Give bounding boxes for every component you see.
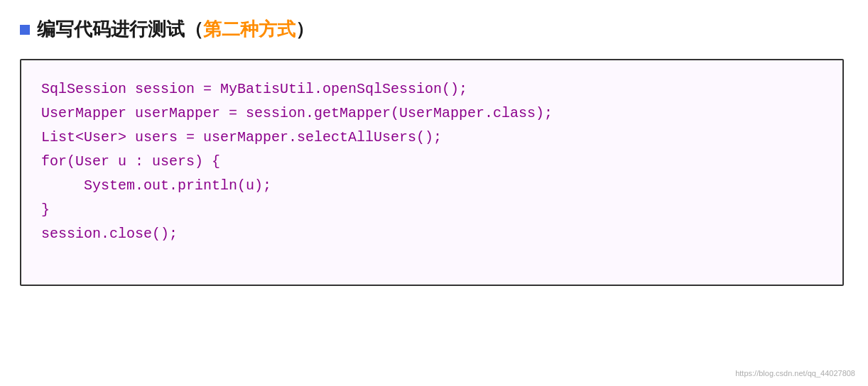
code-line-6: } [41,198,823,222]
header-prefix: 编写代码进行测试（ [37,18,203,40]
header-highlight: 第二种方式 [203,18,295,40]
code-content: SqlSession session = MyBatisUtil.openSql… [41,77,823,246]
header-text: 编写代码进行测试（第二种方式） [37,17,314,42]
code-line-4: for(User u : users) { [41,150,823,174]
code-line-5: System.out.println(u); [41,174,823,198]
section-header: 编写代码进行测试（第二种方式） [20,17,314,42]
code-line-2: UserMapper userMapper = session.getMappe… [41,101,823,126]
code-line-1: SqlSession session = MyBatisUtil.openSql… [41,77,823,101]
blue-square-icon [20,25,30,35]
header-suffix: ） [295,18,314,40]
code-line-7: session.close(); [41,222,823,246]
code-line-3: List<User> users = userMapper.selectAllU… [41,126,823,150]
code-block: SqlSession session = MyBatisUtil.openSql… [20,59,844,286]
watermark: https://blog.csdn.net/qq_44027808 [735,369,855,377]
